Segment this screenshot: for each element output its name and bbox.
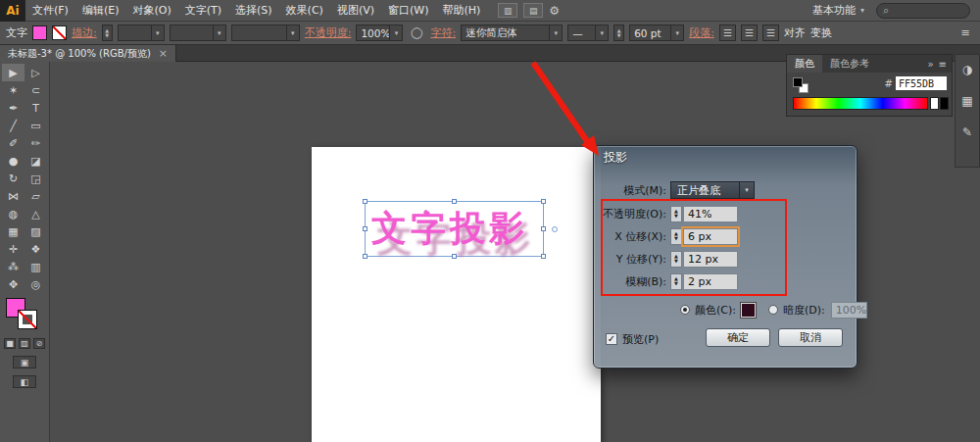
brushes-panel-icon[interactable]: ✎ bbox=[958, 123, 976, 141]
character-panel-label[interactable]: 字符: bbox=[430, 25, 456, 40]
tool-eraser[interactable]: ◪ bbox=[24, 152, 47, 170]
tool-rectangle[interactable]: ▭ bbox=[24, 117, 47, 134]
stroke-swatch[interactable] bbox=[18, 310, 37, 329]
color-panel-icon[interactable]: ◑ bbox=[958, 61, 976, 78]
tool-pen[interactable]: ✒ bbox=[2, 99, 24, 117]
variable-width-combo[interactable]: ▾ bbox=[170, 25, 226, 41]
selection-handle[interactable] bbox=[452, 254, 457, 259]
search-input[interactable] bbox=[893, 5, 963, 16]
selection-handle[interactable] bbox=[363, 226, 368, 231]
menu-edit[interactable]: 编辑(E) bbox=[75, 0, 126, 22]
artboard-text-object[interactable]: 文字投影 bbox=[371, 202, 528, 255]
chevron-down-icon[interactable]: ▾ bbox=[151, 25, 164, 40]
artboard[interactable]: 文字投影 bbox=[312, 147, 601, 442]
font-style-combo[interactable]: —▾ bbox=[567, 25, 609, 41]
none-button[interactable]: ⊘ bbox=[33, 338, 45, 349]
y-offset-field[interactable]: 12 px bbox=[683, 251, 738, 268]
tool-rotate[interactable]: ↻ bbox=[2, 170, 24, 187]
chevron-down-icon[interactable]: ▾ bbox=[389, 25, 402, 40]
stroke-weight-label[interactable]: 描边: bbox=[72, 25, 97, 40]
tab-color-guide[interactable]: 颜色参考 bbox=[822, 55, 877, 73]
tool-eyedropper[interactable]: ✛ bbox=[2, 240, 24, 258]
menu-select[interactable]: 选择(S) bbox=[228, 0, 279, 22]
x-offset-stepper[interactable]: ▲▼ bbox=[670, 228, 682, 245]
tool-gradient[interactable]: ▨ bbox=[24, 222, 47, 240]
stroke-color-swatch[interactable] bbox=[52, 25, 67, 40]
stepper-down-icon[interactable]: ▼ bbox=[674, 259, 678, 264]
text-selection-box[interactable]: 文字投影 bbox=[365, 201, 544, 257]
selection-handle[interactable] bbox=[541, 254, 546, 259]
panel-collapse-icon[interactable]: » bbox=[927, 59, 933, 70]
align-panel-button[interactable]: 对齐 bbox=[784, 25, 806, 40]
panel-fill-swatch[interactable] bbox=[793, 77, 803, 87]
tool-lasso[interactable]: ⊂ bbox=[24, 81, 47, 99]
anchor-point-handle[interactable] bbox=[552, 226, 558, 232]
tool-blend[interactable]: ❖ bbox=[24, 240, 47, 258]
chevron-down-icon[interactable]: ▾ bbox=[670, 25, 683, 40]
font-family-combo[interactable]: 迷你简启体▾ bbox=[461, 25, 563, 41]
blur-stepper[interactable]: ▲▼ bbox=[670, 273, 682, 290]
shadow-color-swatch[interactable] bbox=[741, 303, 756, 318]
opacity-combo[interactable]: 100%▾ bbox=[356, 25, 403, 41]
stroke-weight-combo[interactable]: ▾ bbox=[118, 25, 165, 41]
tool-column-graph[interactable]: ▥ bbox=[24, 258, 47, 275]
x-offset-field[interactable]: 6 px bbox=[683, 228, 738, 245]
menu-help[interactable]: 帮助(H) bbox=[435, 0, 487, 22]
menu-effect[interactable]: 效果(C) bbox=[279, 0, 330, 22]
paragraph-panel-label[interactable]: 段落: bbox=[689, 25, 714, 40]
tool-type[interactable]: T bbox=[24, 99, 47, 117]
tool-zoom[interactable]: ◎ bbox=[24, 275, 47, 293]
menu-object[interactable]: 对象(O) bbox=[125, 0, 177, 22]
blur-field[interactable]: 2 px bbox=[683, 273, 738, 290]
panel-menu-icon[interactable]: ≡ bbox=[956, 25, 974, 41]
y-offset-stepper[interactable]: ▲▼ bbox=[670, 251, 682, 268]
black-swatch[interactable] bbox=[940, 97, 949, 110]
tool-blob-brush[interactable]: ● bbox=[2, 152, 24, 170]
fill-color-swatch[interactable] bbox=[32, 25, 47, 40]
font-size-combo[interactable]: 60 pt▾ bbox=[629, 25, 684, 41]
style-icon[interactable]: ◯ bbox=[408, 25, 425, 41]
tool-line-segment[interactable]: ╱ bbox=[2, 117, 24, 134]
tool-symbol-sprayer[interactable]: ⁂ bbox=[2, 258, 24, 275]
close-icon[interactable]: × bbox=[159, 47, 168, 60]
hex-value-field[interactable]: FF55DB bbox=[896, 76, 947, 90]
document-layout-icon[interactable]: ▤ bbox=[523, 3, 543, 18]
shadow-opacity-field[interactable]: 41% bbox=[683, 206, 738, 222]
preview-checkbox[interactable]: ✓ bbox=[606, 333, 617, 345]
chevron-down-icon[interactable]: ▾ bbox=[213, 25, 225, 40]
drawing-mode-button[interactable]: ▣ bbox=[13, 356, 36, 368]
selection-handle[interactable] bbox=[363, 254, 368, 259]
tool-magic-wand[interactable]: ✶ bbox=[2, 81, 24, 99]
swatches-panel-icon[interactable]: ▦ bbox=[958, 92, 976, 110]
tool-free-transform[interactable]: ▱ bbox=[24, 187, 47, 205]
search-box[interactable]: ⌕ bbox=[876, 3, 970, 19]
dialog-title[interactable]: 投影 bbox=[594, 146, 857, 168]
tool-paintbrush[interactable]: ✐ bbox=[2, 134, 24, 152]
selection-handle[interactable] bbox=[452, 199, 457, 204]
chevron-down-icon[interactable]: ▾ bbox=[549, 25, 562, 40]
tool-shape-builder[interactable]: ◍ bbox=[2, 205, 24, 222]
screen-mode-button[interactable]: ◧ bbox=[13, 375, 36, 388]
arrange-documents-icon[interactable]: ▥ bbox=[498, 3, 517, 18]
darkness-radio[interactable] bbox=[768, 305, 778, 315]
selection-handle[interactable] bbox=[541, 199, 546, 204]
transform-panel-button[interactable]: 变换 bbox=[810, 25, 832, 40]
color-radio[interactable] bbox=[680, 305, 690, 315]
brush-definition-combo[interactable]: ▾ bbox=[231, 25, 300, 41]
tool-hand[interactable]: ✥ bbox=[2, 275, 24, 293]
selection-handle[interactable] bbox=[363, 199, 368, 204]
selection-handle[interactable] bbox=[541, 226, 546, 231]
tool-mesh[interactable]: ▦ bbox=[2, 222, 24, 240]
blend-mode-dropdown[interactable]: 正片叠底 ▾ bbox=[670, 181, 755, 199]
opacity-label[interactable]: 不透明度: bbox=[305, 25, 352, 40]
stepper-down-icon[interactable]: ▼ bbox=[674, 281, 678, 286]
menu-type[interactable]: 文字(T) bbox=[178, 0, 228, 22]
align-center-button[interactable]: ☰ bbox=[741, 25, 758, 41]
gradient-button[interactable]: ▨ bbox=[19, 338, 30, 349]
align-left-button[interactable]: ☰ bbox=[719, 25, 736, 41]
tool-width[interactable]: ⋈ bbox=[2, 187, 24, 205]
menu-window[interactable]: 窗口(W) bbox=[381, 0, 435, 22]
gear-icon[interactable]: ⚙ bbox=[549, 3, 560, 18]
shadow-opacity-stepper[interactable]: ▲▼ bbox=[670, 206, 682, 222]
stepper-down-icon[interactable]: ▼ bbox=[105, 33, 109, 38]
